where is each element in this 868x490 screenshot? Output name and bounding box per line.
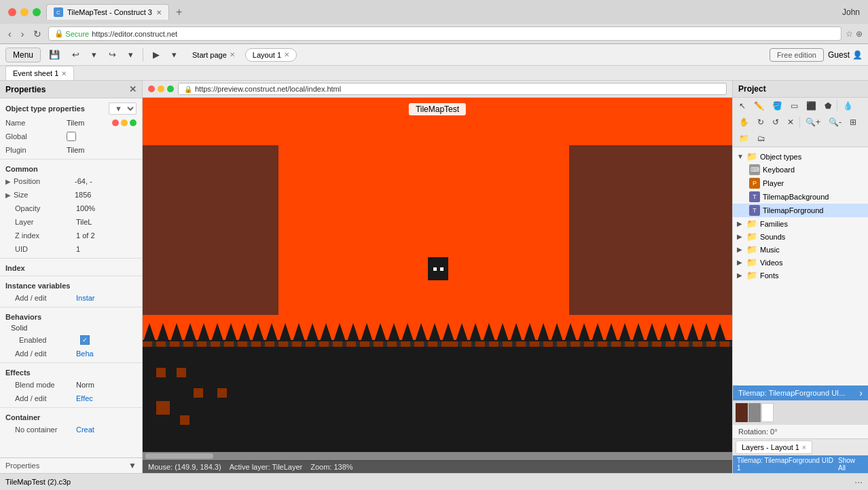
rotate-cw-tool[interactable]: ↻ xyxy=(754,115,767,129)
add-edit-instance-link[interactable]: Instar xyxy=(76,294,137,302)
pan-tool[interactable]: ✋ xyxy=(736,115,753,129)
address-url: https://editor.construct.net xyxy=(92,30,835,38)
global-checkbox[interactable] xyxy=(67,132,76,141)
folder-create-tool[interactable]: 📁 xyxy=(736,132,753,145)
add-edit-behaviors-link[interactable]: Beha xyxy=(76,350,137,358)
draw-tool[interactable]: ✏️ xyxy=(751,99,767,113)
horizontal-scrollbar[interactable] xyxy=(143,452,732,460)
object-types-folder[interactable]: ▼ 📁 Object types xyxy=(733,150,868,163)
run-button[interactable]: ▶ xyxy=(149,47,164,62)
position-expand-icon[interactable]: ▶ xyxy=(5,178,11,185)
object-types-arrow[interactable]: ▼ xyxy=(737,153,744,160)
add-edit-effects-link[interactable]: Effec xyxy=(76,394,137,402)
bookmark-icon[interactable]: ☆ xyxy=(846,29,853,39)
fonts-folder[interactable]: ▶ 📁 Fonts xyxy=(733,269,868,282)
maximize-window-button[interactable] xyxy=(33,8,41,16)
zoom-in-tool[interactable]: 🔍+ xyxy=(802,115,824,129)
preview-minimize[interactable] xyxy=(158,86,164,92)
new-tab-button[interactable]: + xyxy=(172,5,186,20)
rotate-ccw-tool[interactable]: ↺ xyxy=(769,115,782,129)
minimize-window-button[interactable] xyxy=(20,8,29,16)
account-icon[interactable]: 👤 xyxy=(852,50,863,60)
opacity-value: 100% xyxy=(76,204,137,212)
name-value: Tilem xyxy=(67,119,112,127)
videos-folder[interactable]: ▶ 📁 Videos xyxy=(733,256,868,269)
scrollbar-thumb[interactable] xyxy=(145,453,213,459)
layout1-tab[interactable]: Layout 1 ✕ xyxy=(245,48,297,62)
rt-row-2: ✋ ↻ ↺ ✕ 🔍+ 🔍- ⊞ xyxy=(733,114,868,130)
create-link[interactable]: Creat xyxy=(76,426,137,434)
preview-address-bar[interactable]: 🔒 https://preview.construct.net/local/in… xyxy=(178,83,727,95)
preview-close[interactable] xyxy=(148,86,155,92)
properties-panel-close[interactable]: ✕ xyxy=(129,84,137,94)
forward-button[interactable]: › xyxy=(18,27,27,41)
zoom-fit-tool[interactable]: ⊞ xyxy=(846,115,860,129)
size-row[interactable]: ▶ Size 1856 xyxy=(0,188,142,202)
redo-button[interactable]: ↪ xyxy=(105,47,120,62)
game-canvas[interactable]: TileMapTest xyxy=(143,98,732,452)
start-page-tab-close[interactable]: ✕ xyxy=(230,51,235,58)
save-button[interactable]: 💾 xyxy=(45,47,64,62)
add-edit-effects-label: Add / edit xyxy=(15,394,76,402)
size-expand-icon[interactable]: ▶ xyxy=(5,191,11,199)
select-tool[interactable]: ↖ xyxy=(736,99,749,113)
properties-bottom-arrow[interactable]: ▼ xyxy=(128,461,137,470)
music-folder[interactable]: ▶ 📁 Music xyxy=(733,243,868,256)
keyboard-item[interactable]: ⌨ Keyboard xyxy=(733,163,868,176)
right-platform xyxy=(569,145,732,315)
tilemap-expand-icon[interactable]: › xyxy=(859,388,863,398)
redo-dropdown-button[interactable]: ▾ xyxy=(124,47,137,62)
layers-tab-close[interactable]: × xyxy=(802,444,806,451)
wand-tool[interactable]: ⬟ xyxy=(821,99,835,113)
run-dropdown-button[interactable]: ▾ xyxy=(168,47,181,62)
undo-button[interactable]: ↩ xyxy=(68,47,84,62)
videos-arrow[interactable]: ▶ xyxy=(737,259,744,266)
show-all-label[interactable]: Show All xyxy=(838,457,864,472)
families-arrow[interactable]: ▶ xyxy=(737,220,744,227)
sounds-arrow[interactable]: ▶ xyxy=(737,233,744,240)
global-label: Global xyxy=(5,132,67,140)
fonts-arrow[interactable]: ▶ xyxy=(737,271,744,279)
enabled-checkbox[interactable] xyxy=(80,335,90,345)
menu-button[interactable]: Menu xyxy=(5,48,41,62)
player-item[interactable]: P Player xyxy=(733,176,868,190)
event-sheet-tab[interactable]: Event sheet 1 ✕ xyxy=(5,66,74,80)
close-window-button[interactable] xyxy=(8,8,16,16)
folder-tool[interactable]: 🗂 xyxy=(754,132,769,145)
properties-dropdown[interactable]: ▼ xyxy=(109,102,137,115)
player-eyes xyxy=(433,267,444,271)
file-tab-more[interactable]: ··· xyxy=(854,476,863,487)
undo-dropdown-button[interactable]: ▾ xyxy=(88,47,101,62)
browser-tab-close[interactable]: ✕ xyxy=(156,9,162,16)
object-type-properties-label: Object type properties xyxy=(5,105,85,113)
eyedrop-tool[interactable]: 💧 xyxy=(839,99,856,113)
zoom-out-tool[interactable]: 🔍- xyxy=(825,115,845,129)
back-button[interactable]: ‹ xyxy=(5,27,14,41)
tilemap-ui-label[interactable]: Tilemap: TilemapForground UI... › xyxy=(733,385,868,400)
preview-maximize[interactable] xyxy=(167,86,174,92)
position-row[interactable]: ▶ Position -64, - xyxy=(0,174,142,188)
layout1-tab-close[interactable]: ✕ xyxy=(284,51,289,58)
layer-label: Layer xyxy=(15,218,76,226)
fill-tool[interactable]: 🪣 xyxy=(769,99,786,113)
fill-rect-tool[interactable]: ⬛ xyxy=(803,99,820,113)
common-section: Common xyxy=(0,162,142,174)
rect-tool[interactable]: ▭ xyxy=(787,99,801,113)
families-folder[interactable]: ▶ 📁 Families xyxy=(733,217,868,230)
tilemap-forground-item[interactable]: T TilemapForground xyxy=(733,204,868,217)
sounds-folder[interactable]: ▶ 📁 Sounds xyxy=(733,230,868,243)
properties-panel-header: Properties ✕ xyxy=(0,81,142,98)
tilemap-background-label: TilemapBackground xyxy=(763,193,829,201)
browser-tab[interactable]: C TileMapTest - Construct 3 ✕ xyxy=(46,4,169,20)
preview-bar: 🔒 https://preview.construct.net/local/in… xyxy=(143,81,732,98)
tilemap-background-item[interactable]: T TilemapBackground xyxy=(733,190,868,204)
music-arrow[interactable]: ▶ xyxy=(737,246,744,253)
event-sheet-tab-close[interactable]: ✕ xyxy=(61,70,67,77)
plugin-row: Plugin Tilem xyxy=(0,143,142,157)
layers-tab[interactable]: Layers - Layout 1 × xyxy=(736,440,812,454)
reload-button[interactable]: ↻ xyxy=(31,27,44,41)
address-box[interactable]: 🔒 Secure https://editor.construct.net xyxy=(48,26,842,41)
extensions-icon[interactable]: ⊕ xyxy=(856,29,863,39)
start-page-tab[interactable]: Start page ✕ xyxy=(185,48,242,62)
erase-tool[interactable]: ✕ xyxy=(784,115,797,129)
